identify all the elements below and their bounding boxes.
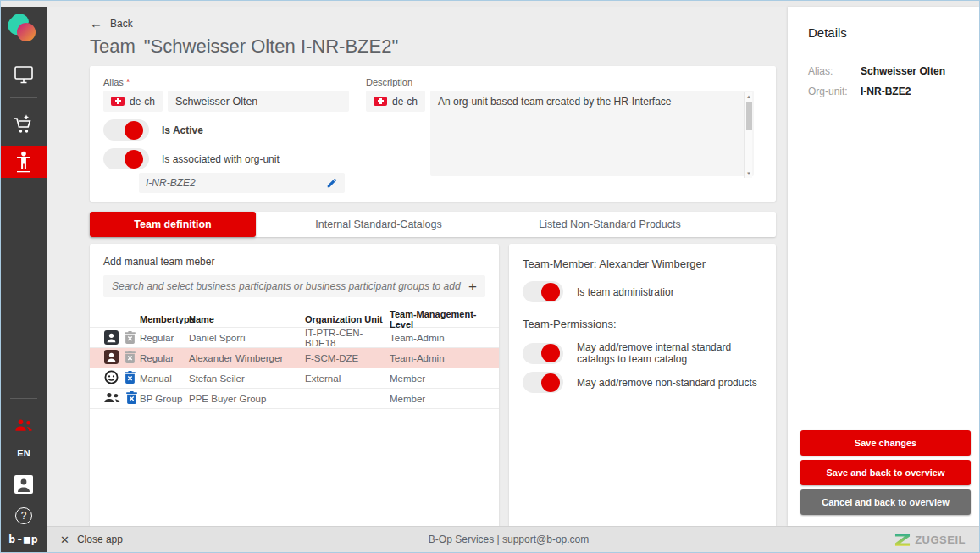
- scroll-down-icon[interactable]: ▼: [745, 171, 752, 176]
- page-title: Team"Schweisser Olten I-NR-BZE2": [90, 36, 775, 58]
- zugseil-logo: ZUGSEIL: [894, 533, 966, 547]
- back-label: Back: [110, 18, 133, 30]
- delete-member-icon[interactable]: [125, 371, 136, 385]
- language-selector[interactable]: EN: [17, 448, 30, 458]
- desktop-icon[interactable]: [1, 62, 47, 87]
- permission-catalogs-label: May add/remove internal standard catalog…: [577, 341, 762, 365]
- details-orgunit-label: Org-unit:: [808, 86, 861, 97]
- table-row-selected[interactable]: Regular Alexander Wimberger F-SCM-DZE Te…: [90, 348, 499, 368]
- description-locale-chip[interactable]: de-ch: [366, 91, 425, 112]
- sidebar-divider: [10, 97, 37, 98]
- alias-input[interactable]: [168, 91, 349, 112]
- footer-bar: ✕ Close app B-Op Services | support@b-op…: [47, 526, 979, 552]
- close-app-button[interactable]: ✕ Close app: [60, 534, 123, 546]
- sidebar-divider: [10, 398, 37, 399]
- table-row[interactable]: Regular Daniel Spörri IT-PTR-CEN-BDE18 T…: [90, 328, 499, 348]
- member-detail-title: Team-Member: Alexander Wimberger: [523, 257, 762, 270]
- details-panel: Details Alias: Schweisser Olten Org-unit…: [788, 7, 979, 526]
- zugseil-z-icon: [894, 533, 911, 547]
- face-circle-icon: [104, 370, 119, 386]
- scrollbar-thumb[interactable]: [746, 102, 752, 130]
- permission-products-label: May add/remove non-standard products: [577, 377, 757, 389]
- badge-person-icon: [104, 330, 119, 346]
- bop-brand-logo: b-■p: [8, 533, 38, 545]
- main-content: ← Back Team"Schweisser Olten I-NR-BZE2" …: [47, 7, 788, 526]
- table-row[interactable]: BP Group PPE Buyer Group Member: [90, 389, 499, 409]
- scroll-up-icon[interactable]: ▲: [745, 94, 752, 99]
- details-alias-value: Schweisser Olten: [861, 65, 967, 77]
- member-search-input[interactable]: [112, 280, 468, 292]
- permission-products-toggle[interactable]: [523, 372, 563, 393]
- org-unit-toggle-label: Is associated with org-unit: [162, 153, 280, 165]
- alias-label: Alias *: [103, 77, 349, 87]
- alias-locale-chip[interactable]: de-ch: [103, 91, 163, 112]
- app-window: EN ? b-■p ← Back: [0, 0, 980, 553]
- description-textarea[interactable]: An org-unit based team created by the HR…: [430, 91, 754, 176]
- sidebar-item-teams-active[interactable]: [1, 146, 47, 178]
- app-logo-icon[interactable]: [8, 13, 39, 48]
- org-unit-input[interactable]: [146, 177, 326, 189]
- tab-listed-non-standard-products[interactable]: Listed Non-Standard Products: [501, 212, 718, 237]
- back-arrow-icon: ←: [90, 17, 102, 30]
- team-members-card: Add manual team meber + Membertype Name: [90, 244, 499, 538]
- delete-member-icon-disabled: [125, 351, 136, 365]
- switch-users-icon[interactable]: [1, 412, 47, 438]
- shopping-cart-icon[interactable]: [1, 112, 47, 137]
- cancel-back-overview-button[interactable]: Cancel and back to overview: [800, 489, 971, 515]
- details-title: Details: [808, 25, 967, 40]
- details-orgunit-value: I-NR-BZE2: [861, 86, 967, 97]
- members-table: Membertype Name Organization Unit Team-M…: [90, 309, 499, 409]
- alias-column: Alias * de-ch Is Ac: [103, 77, 349, 193]
- sidebar: EN ? b-■p: [1, 7, 47, 552]
- org-unit-field: [139, 173, 345, 193]
- org-unit-toggle[interactable]: [103, 148, 149, 169]
- close-icon: ✕: [60, 534, 69, 546]
- delete-member-icon-disabled: [125, 331, 136, 346]
- description-label: Description: [366, 77, 762, 87]
- member-search-box: +: [103, 275, 485, 297]
- is-active-toggle[interactable]: [103, 119, 149, 141]
- delete-member-icon[interactable]: [126, 391, 137, 406]
- swiss-flag-icon: [111, 97, 125, 106]
- is-team-admin-toggle[interactable]: [523, 281, 563, 302]
- tab-internal-standard-catalogs[interactable]: Internal Standard-Catalogs: [256, 212, 501, 237]
- tab-bar: Team definition Internal Standard-Catalo…: [90, 212, 776, 237]
- edit-pencil-icon[interactable]: [326, 177, 338, 189]
- member-detail-card: Team-Member: Alexander Wimberger Is team…: [509, 244, 776, 538]
- table-row[interactable]: Manual Stefan Seiler External Member: [90, 368, 499, 389]
- is-team-admin-label: Is team administratior: [577, 286, 674, 298]
- footer-support-text: B-Op Services | support@b-op.com: [123, 534, 894, 545]
- people-group-icon: [104, 391, 120, 406]
- add-member-plus-icon[interactable]: +: [468, 279, 477, 294]
- back-button[interactable]: ← Back: [90, 17, 149, 30]
- details-alias-label: Alias:: [808, 65, 861, 77]
- table-header-row: Membertype Name Organization Unit Team-M…: [90, 309, 499, 328]
- tab-team-definition[interactable]: Team definition: [90, 212, 256, 237]
- team-permissions-title: Team-Permissions:: [523, 318, 762, 330]
- save-changes-button[interactable]: Save changes: [800, 430, 971, 456]
- textarea-scrollbar[interactable]: ▲ ▼: [744, 92, 752, 178]
- help-icon[interactable]: ?: [15, 507, 32, 524]
- is-active-label: Is Active: [162, 124, 203, 136]
- description-column: Description de-ch An org-unit based team…: [366, 77, 762, 193]
- badge-person-icon: [104, 350, 119, 366]
- team-form-card: Alias * de-ch Is Ac: [90, 66, 776, 202]
- user-profile-icon[interactable]: [1, 472, 47, 497]
- window-top-strip: [1, 1, 979, 7]
- save-back-overview-button[interactable]: Save and back to overview: [800, 460, 971, 485]
- swiss-flag-icon: [374, 97, 387, 106]
- permission-catalogs-toggle[interactable]: [523, 343, 563, 364]
- add-member-label: Add manual team meber: [103, 256, 485, 268]
